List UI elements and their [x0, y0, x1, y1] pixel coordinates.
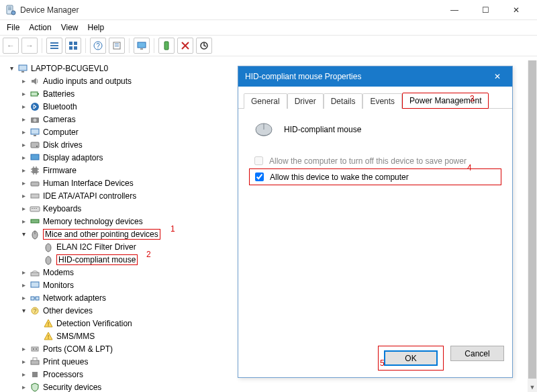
svg-point-27 [34, 118, 37, 121]
checkbox-label: Allow this device to wake the computer [270, 173, 409, 182]
nav-back-button[interactable]: ← [3, 38, 19, 54]
help-icon: ? [93, 41, 103, 50]
tree-item-security[interactable]: Security devices [4, 381, 528, 392]
checkbox-input[interactable] [255, 173, 264, 181]
svg-point-4 [11, 11, 15, 15]
vertical-scrollbar[interactable]: ▲ ▼ [528, 60, 537, 392]
expand-icon[interactable] [19, 141, 28, 148]
network-icon [30, 293, 40, 303]
svg-rect-21 [19, 65, 27, 70]
menu-action[interactable]: Action [29, 23, 51, 32]
svg-rect-17 [138, 42, 146, 48]
maximize-button[interactable]: ☐ [470, 0, 501, 20]
scan-icon [162, 41, 171, 50]
expand-icon[interactable] [19, 90, 28, 97]
checkbox-turn-off: Allow the computer to turn off this devi… [249, 153, 501, 168]
expand-icon[interactable] [19, 307, 28, 314]
scrollbar-thumb[interactable] [528, 60, 536, 379]
expand-icon[interactable] [19, 230, 28, 238]
close-button[interactable]: ✕ [501, 0, 532, 20]
expand-icon[interactable] [19, 103, 28, 110]
expand-icon[interactable] [19, 358, 28, 365]
ok-button[interactable]: OK [384, 350, 438, 366]
monitor-icon [30, 280, 40, 291]
toolbar-button[interactable] [158, 38, 175, 54]
checkbox-wake[interactable]: Allow this device to wake the computer [249, 168, 501, 185]
expand-icon[interactable] [19, 268, 28, 276]
expand-icon[interactable] [19, 281, 28, 289]
tree-item-label: Detection Verification [56, 319, 132, 328]
nav-forward-button[interactable]: → [21, 38, 38, 54]
menu-view[interactable]: View [61, 23, 79, 32]
expand-icon[interactable] [19, 192, 28, 199]
dialog-close-button[interactable]: ✕ [489, 72, 505, 81]
battery-icon [30, 89, 40, 99]
expand-icon[interactable] [19, 205, 28, 212]
svg-rect-7 [50, 48, 58, 49]
tab-general[interactable]: General [244, 93, 287, 109]
expand-icon[interactable] [19, 294, 28, 301]
expand-icon[interactable] [19, 115, 28, 123]
window-controls: — ☐ ✕ [439, 0, 532, 20]
tree-item-label: Disk drives [43, 140, 83, 150]
toolbar-button[interactable] [134, 38, 150, 54]
svg-rect-39 [36, 208, 37, 209]
device-name: HID-compliant mouse [284, 125, 361, 134]
svg-rect-5 [50, 42, 58, 44]
expand-icon[interactable] [19, 128, 28, 136]
svg-point-25 [31, 103, 39, 111]
circle-arrow-icon [199, 41, 209, 50]
toolbar-button[interactable] [46, 38, 62, 54]
tree-item-label: SMS/MMS [56, 332, 95, 341]
tree-item-label: Modems [43, 268, 74, 277]
cancel-button[interactable]: Cancel [450, 346, 504, 361]
toolbar-button[interactable]: ? [90, 38, 106, 54]
chip-icon [30, 165, 40, 176]
svg-rect-19 [164, 42, 168, 50]
svg-rect-58 [32, 372, 38, 377]
printer-icon [30, 356, 40, 367]
expand-icon[interactable] [19, 371, 28, 378]
svg-rect-55 [36, 348, 37, 350]
expand-icon[interactable] [19, 383, 28, 391]
cpu-icon [30, 369, 40, 380]
tab-events[interactable]: Events [362, 93, 402, 109]
expand-icon[interactable] [19, 154, 28, 161]
toolbar-button[interactable] [177, 38, 193, 54]
tree-item-label: Bluetooth [43, 102, 77, 111]
tab-details[interactable]: Details [324, 93, 363, 109]
expand-icon[interactable] [19, 217, 28, 225]
expand-icon[interactable] [7, 64, 16, 72]
tab-power-management[interactable]: Power Management [402, 93, 489, 109]
tab-driver[interactable]: Driver [287, 93, 324, 109]
expand-icon[interactable] [19, 345, 28, 352]
display-icon [30, 152, 40, 163]
svg-rect-34 [31, 182, 39, 186]
svg-rect-45 [31, 273, 39, 276]
tree-item-label: Memory technology devices [43, 217, 143, 226]
toolbar-button[interactable] [109, 38, 125, 54]
svg-rect-1 [8, 7, 11, 7]
menu-help[interactable]: Help [88, 23, 105, 32]
mouse-icon [43, 254, 54, 265]
expand-icon[interactable] [19, 179, 28, 187]
tree-item-label: Mice and other pointing devices [43, 229, 160, 240]
mouse-large-icon [252, 121, 276, 138]
toolbar-button[interactable] [65, 38, 81, 54]
port-icon [30, 344, 40, 354]
app-icon [5, 5, 16, 15]
annotation-5: 5 [380, 358, 385, 368]
scroll-down-icon[interactable]: ▼ [528, 383, 537, 392]
menu-file[interactable]: File [7, 23, 19, 32]
minimize-button[interactable]: — [439, 0, 470, 20]
expand-icon[interactable] [19, 77, 28, 85]
annotation-4: 4 [467, 163, 472, 173]
tree-item-label: Display adaptors [43, 153, 103, 162]
toolbar-button[interactable] [196, 38, 212, 54]
expand-icon[interactable] [19, 166, 28, 174]
props-icon [112, 41, 121, 50]
warn-icon: ! [43, 318, 54, 329]
svg-point-44 [46, 256, 51, 264]
svg-rect-38 [34, 208, 35, 209]
device-summary: HID-compliant mouse [252, 121, 501, 138]
